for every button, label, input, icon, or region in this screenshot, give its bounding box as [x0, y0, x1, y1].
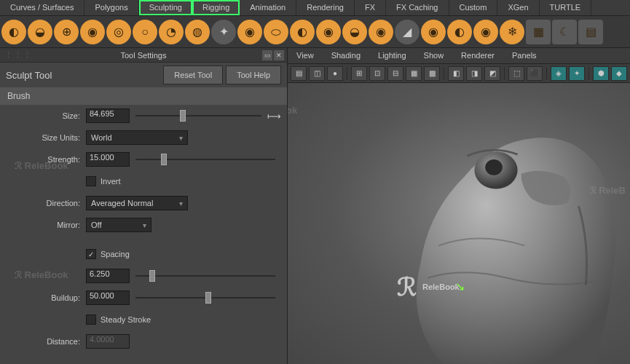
invert-label: Invert [101, 177, 121, 186]
vp-toolbar-btn-0[interactable]: ▤ [291, 66, 307, 81]
shelf-tool-8[interactable]: ✦ [211, 20, 236, 44]
menu-xgen[interactable]: XGen [497, 0, 539, 15]
tool-help-button[interactable]: Tool Help [226, 66, 281, 84]
vp-menu-renderer[interactable]: Renderer [452, 48, 503, 63]
shelf-tool-7[interactable]: ◍ [185, 20, 210, 44]
buildup-input[interactable]: 50.000 [86, 290, 130, 305]
vp-toolbar-btn-2[interactable]: ● [327, 66, 343, 81]
menu-fx[interactable]: FX [355, 0, 386, 15]
shelf-tool-5[interactable]: ○ [133, 20, 157, 44]
steady-checkbox[interactable] [86, 314, 96, 325]
shelf-tool-14[interactable]: ◉ [369, 20, 393, 44]
menu-turtle[interactable]: TURTLE [540, 0, 592, 15]
strength-label: Strength: [6, 155, 86, 164]
menu-rendering[interactable]: Rendering [296, 0, 355, 15]
vp-menu-shading[interactable]: Shading [323, 48, 369, 63]
vp-toolbar-btn-4[interactable]: ⊞ [351, 66, 367, 81]
size-lock-icon[interactable]: ⟼ [267, 111, 281, 122]
buildup-slider[interactable] [135, 291, 275, 304]
mirror-label: Mirror: [6, 221, 86, 229]
menu-custom[interactable]: Custom [449, 0, 498, 15]
sculpt-mesh [390, 106, 623, 364]
menu-polygons[interactable]: Polygons [84, 0, 138, 15]
shelf-tool-22[interactable]: ▤ [578, 20, 603, 44]
viewport-canvas[interactable]: ↘ ℛReleBook ℛ ReleB ook [288, 83, 630, 364]
strength-slider[interactable] [135, 153, 275, 166]
sizeunits-label: Size Units: [6, 133, 86, 142]
menu-sculpting[interactable]: Sculpting [139, 0, 192, 15]
svg-point-1 [485, 159, 503, 175]
menu-fx-caching[interactable]: FX Caching [386, 0, 449, 15]
vp-toolbar-btn-18[interactable]: ✦ [569, 66, 585, 81]
vp-menu-view[interactable]: View [288, 48, 323, 63]
vp-toolbar-btn-15[interactable]: ⬛ [527, 66, 543, 81]
vp-toolbar-btn-6[interactable]: ⊟ [387, 66, 403, 81]
spacing-label: Spacing [101, 250, 130, 258]
shelf-tool-9[interactable]: ◉ [237, 20, 262, 44]
panel-dock-icon[interactable]: ▭ [262, 50, 272, 60]
shelf-tool-0[interactable]: ◐ [1, 20, 26, 44]
sizeunits-dropdown[interactable]: World [86, 130, 188, 145]
spacing-slider[interactable] [135, 269, 275, 282]
vp-toolbar-btn-1[interactable]: ◫ [309, 66, 325, 81]
shelf-tool-15[interactable]: ◢ [395, 20, 420, 44]
shelf-tool-11[interactable]: ◐ [290, 20, 315, 44]
shelf-tool-18[interactable]: ◉ [473, 20, 498, 44]
size-slider[interactable] [135, 109, 261, 122]
brush-section-header[interactable]: Brush [0, 87, 287, 105]
menu-curves-surfaces[interactable]: Curves / Surfaces [0, 0, 84, 15]
tool-name: Sculpt Tool [6, 70, 160, 81]
menu-animation[interactable]: Animation [240, 0, 296, 15]
shelf-tool-4[interactable]: ◎ [106, 20, 131, 44]
shelf-tool-17[interactable]: ◐ [447, 20, 472, 44]
vp-menu-panels[interactable]: Panels [503, 48, 546, 63]
shelf-tool-16[interactable]: ◉ [421, 20, 446, 44]
direction-label: Direction: [6, 199, 86, 207]
invert-checkbox[interactable] [86, 176, 96, 186]
vp-toolbar-btn-17[interactable]: ◈ [551, 66, 567, 81]
shelf-tool-21[interactable]: ☾ [552, 20, 577, 44]
vp-toolbar-btn-11[interactable]: ◨ [466, 66, 482, 81]
distance-input: 4.0000 [86, 334, 130, 349]
reset-tool-button[interactable]: Reset Tool [163, 66, 223, 84]
vp-toolbar-btn-5[interactable]: ⊡ [369, 66, 385, 81]
panel-close-icon[interactable]: ✕ [274, 50, 284, 60]
vp-toolbar-btn-7[interactable]: ▦ [406, 66, 422, 81]
shelf-tool-19[interactable]: ❄ [500, 20, 524, 44]
shelf-tool-6[interactable]: ◔ [159, 20, 184, 44]
shelf-tool-13[interactable]: ◒ [342, 20, 367, 44]
mirror-dropdown[interactable]: Off [86, 218, 151, 232]
vp-menu-lighting[interactable]: Lighting [369, 48, 415, 63]
vp-toolbar-btn-21[interactable]: ◆ [611, 66, 627, 81]
shelf-tool-10[interactable]: ⬭ [264, 20, 288, 44]
panel-title: Tool Settings [121, 51, 167, 60]
vp-toolbar-btn-20[interactable]: ⬢ [593, 66, 609, 81]
spacing-input[interactable]: 6.250 [86, 269, 130, 283]
buildup-label: Buildup: [6, 293, 86, 302]
vp-toolbar-btn-8[interactable]: ▩ [424, 66, 440, 81]
direction-dropdown[interactable]: Averaged Normal [86, 196, 188, 210]
steady-label: Steady Stroke [101, 315, 151, 324]
shelf-tool-3[interactable]: ◉ [80, 20, 105, 44]
shelf-tool-12[interactable]: ◉ [316, 20, 341, 44]
vp-toolbar-btn-10[interactable]: ◧ [448, 66, 464, 81]
vp-toolbar-btn-14[interactable]: ⬚ [508, 66, 524, 81]
spacing-checkbox[interactable] [86, 249, 96, 259]
shelf-tool-2[interactable]: ⊕ [54, 20, 79, 44]
shelf-tool-1[interactable]: ◒ [28, 20, 52, 44]
size-input[interactable]: 84.695 [86, 108, 130, 123]
distance-label: Distance: [6, 337, 86, 346]
strength-input[interactable]: 15.000 [86, 152, 130, 167]
vp-toolbar-btn-12[interactable]: ◩ [484, 66, 500, 81]
shelf-tool-20[interactable]: ▦ [526, 20, 551, 44]
manipulator-arrow-icon[interactable]: ↘ [455, 280, 465, 293]
vp-menu-show[interactable]: Show [415, 48, 453, 63]
menu-rigging[interactable]: Rigging [192, 0, 240, 15]
size-label: Size: [6, 111, 86, 120]
